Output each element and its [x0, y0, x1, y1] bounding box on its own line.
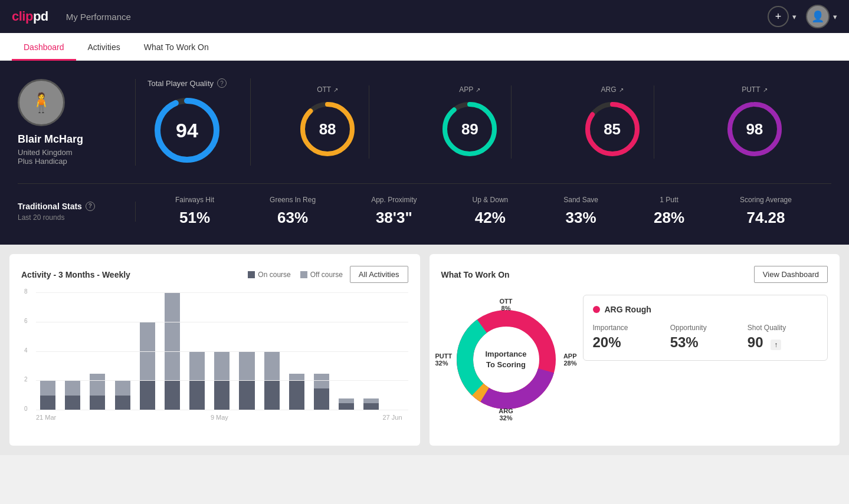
detail-metrics: Importance 20% Opportunity 53% Shot Qual… [593, 324, 818, 351]
bar-on-course [239, 381, 254, 410]
total-quality-label: Total Player Quality ? [147, 78, 227, 88]
bar-on-course [115, 396, 130, 410]
add-chevron: ▾ [792, 12, 796, 21]
player-name: Blair McHarg [18, 133, 83, 146]
stat-scoring-average: Scoring Average 74.28 [740, 196, 792, 227]
user-avatar[interactable]: 👤 [806, 5, 830, 28]
bar-off-course [264, 351, 280, 381]
trad-stats-label: Traditional Stats ? Last 20 rounds [18, 202, 136, 222]
metric-app-circle: 89 [440, 100, 499, 159]
activity-legend: On course Off course [248, 271, 343, 279]
donut-label-app: APP28% [563, 353, 577, 367]
donut-label-putt: PUTT32% [435, 353, 453, 367]
stat-1-putt: 1 Putt 28% [654, 196, 684, 227]
trad-stats-period: Last 20 rounds [18, 213, 123, 222]
total-quality: Total Player Quality ? 94 [136, 78, 251, 166]
bar-group [160, 292, 184, 410]
bar-on-course [90, 396, 105, 410]
tab-activities[interactable]: Activities [76, 33, 132, 61]
view-dashboard-button[interactable]: View Dashboard [754, 266, 828, 283]
legend-on-course-dot [248, 271, 255, 278]
metric-arg-label: ARG ↗ [601, 85, 624, 94]
metric-arg-circle: 85 [583, 100, 642, 159]
bar-group [310, 292, 333, 410]
activity-panel-title: Activity - 3 Months - Weekly [21, 270, 248, 279]
chart-x-labels: 21 Mar 9 May 27 Jun [21, 410, 408, 421]
bar-group [185, 292, 209, 410]
bar-on-course [165, 381, 180, 410]
detail-metric-opportunity: Opportunity 53% [670, 324, 740, 351]
user-chevron: ▾ [833, 12, 837, 21]
detail-metric-shot-quality: Shot Quality 90 ↑ [748, 324, 818, 351]
work-on-title: What To Work On [441, 270, 754, 279]
add-icon[interactable]: + [768, 6, 789, 27]
add-button[interactable]: + ▾ [768, 6, 796, 27]
tab-what-to-work-on[interactable]: What To Work On [132, 33, 221, 61]
bar-on-course [140, 381, 155, 410]
metric-ott-circle: 88 [298, 100, 357, 159]
donut-label-arg: ARG32% [499, 407, 513, 421]
detail-card-dot [593, 306, 600, 313]
trad-stats-help-icon[interactable]: ? [86, 202, 95, 211]
bar-on-course [363, 403, 379, 411]
detail-metric-importance: Importance 20% [593, 324, 663, 351]
bar-group [61, 292, 84, 410]
metric-app: APP ↗ 89 [428, 85, 512, 159]
chart-area: 8 6 4 2 0 21 Mar 9 May 27 Jun [21, 292, 408, 434]
traditional-stats: Traditional Stats ? Last 20 rounds Fairw… [18, 183, 831, 227]
bottom-panels: Activity - 3 Months - Weekly On course O… [0, 245, 849, 455]
avatar: 🧍 [18, 79, 65, 126]
bar-off-course [239, 351, 254, 381]
stat-app-proximity: App. Proximity 38'3" [371, 196, 417, 227]
total-quality-help-icon[interactable]: ? [217, 78, 227, 88]
bar-off-course [40, 381, 55, 396]
bar-off-course [189, 351, 205, 381]
bar-off-course [115, 381, 130, 396]
work-on-content: ImportanceTo Scoring OTT8% APP28% ARG32%… [441, 295, 828, 424]
stat-sand-save: Sand Save 33% [563, 196, 598, 227]
metric-arg: ARG ↗ 85 [571, 85, 654, 159]
bar-group [235, 292, 258, 410]
bar-group [210, 292, 234, 410]
stat-up-down: Up & Down 42% [473, 196, 509, 227]
bar-off-course [339, 398, 354, 403]
logo-text: clippd [12, 9, 48, 24]
user-menu[interactable]: 👤 ▾ [806, 5, 837, 28]
bar-group [384, 292, 408, 410]
bar-on-course [264, 381, 280, 410]
bar-group [136, 292, 159, 410]
donut-label-ott: OTT8% [500, 298, 513, 312]
metric-ott-value: 88 [319, 120, 336, 139]
work-on-donut: ImportanceTo Scoring OTT8% APP28% ARG32%… [441, 295, 571, 424]
bar-group [335, 292, 358, 410]
metric-arg-value: 85 [604, 120, 621, 139]
player-metrics-row: 🧍 Blair McHarg United Kingdom Plus Handi… [18, 78, 831, 166]
hero-section: 🧍 Blair McHarg United Kingdom Plus Handi… [0, 61, 849, 245]
legend-off-course: Off course [300, 271, 343, 279]
legend-off-course-dot [300, 271, 307, 278]
metric-app-value: 89 [461, 120, 478, 139]
trad-stats-grid: Fairways Hit 51% Greens In Reg 63% App. … [136, 196, 831, 227]
bar-off-course [314, 374, 329, 388]
bar-group [36, 292, 60, 410]
metrics-grid: OTT ↗ 88 APP ↗ [251, 85, 831, 159]
detail-card: ARG Rough Importance 20% Opportunity 53%… [583, 295, 828, 361]
metric-putt-label: PUTT ↗ [742, 85, 767, 94]
bar-on-course [289, 381, 304, 410]
metric-putt: PUTT ↗ 98 [713, 85, 796, 159]
bar-off-course [165, 292, 180, 381]
activity-panel: Activity - 3 Months - Weekly On course O… [9, 254, 420, 446]
bar-on-course [40, 396, 55, 410]
bar-group [260, 292, 284, 410]
metric-ott: OTT ↗ 88 [286, 85, 369, 159]
bar-group [86, 292, 109, 410]
donut-center-text: ImportanceTo Scoring [485, 349, 526, 370]
bar-group [111, 292, 135, 410]
bar-on-course [214, 381, 230, 410]
player-info: 🧍 Blair McHarg United Kingdom Plus Handi… [18, 79, 136, 166]
tab-dashboard[interactable]: Dashboard [12, 33, 76, 61]
all-activities-button[interactable]: All Activities [350, 266, 408, 283]
bar-off-course [214, 351, 230, 381]
header-title: My Performance [66, 12, 131, 22]
nav-tabs: Dashboard Activities What To Work On [0, 33, 849, 61]
